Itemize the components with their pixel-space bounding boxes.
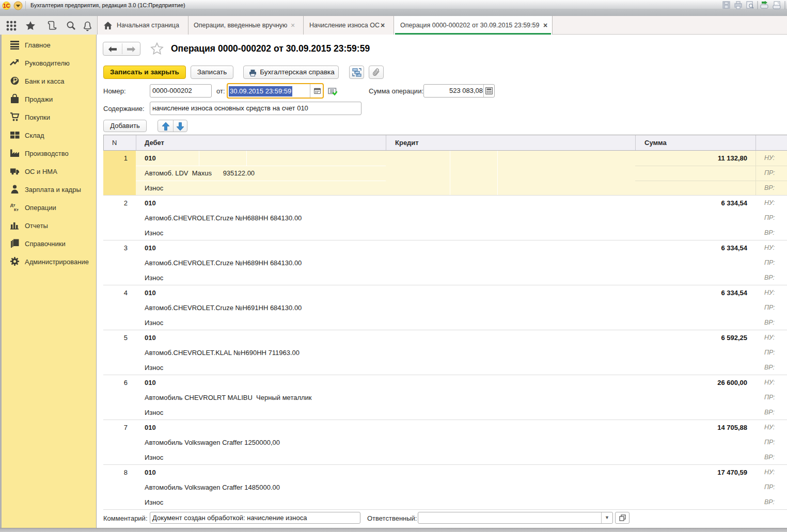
- svg-text:Кт: Кт: [14, 207, 19, 212]
- svg-text:1С: 1С: [3, 3, 10, 9]
- svg-text:Дт: Дт: [10, 203, 15, 207]
